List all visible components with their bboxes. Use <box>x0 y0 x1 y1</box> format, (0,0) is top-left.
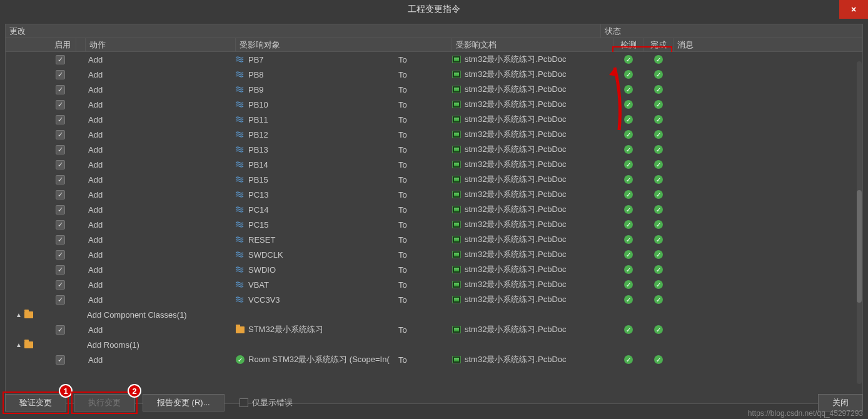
enable-checkbox[interactable] <box>56 265 65 275</box>
col-done[interactable]: 完成 <box>643 38 674 51</box>
enable-checkbox[interactable] <box>56 115 65 124</box>
to-cell: To <box>398 100 452 109</box>
enable-checkbox[interactable] <box>56 70 65 79</box>
to-cell: To <box>398 325 452 335</box>
done-tick-icon <box>654 280 663 289</box>
folder-icon <box>236 326 245 333</box>
pcb-icon <box>452 116 461 123</box>
doc-cell: stm32最小系统练习.PcbDoc <box>452 249 613 260</box>
enable-checkbox[interactable] <box>56 55 65 64</box>
enable-checkbox[interactable] <box>56 280 65 290</box>
action-cell: Add <box>86 235 236 245</box>
object-cell: PB15 <box>236 175 398 184</box>
caret-icon[interactable]: ▲ <box>16 341 22 348</box>
table-row[interactable]: Add PC15 To stm32最小系统练习.PcbDoc <box>6 217 862 232</box>
action-cell: Add <box>86 205 236 215</box>
enable-checkbox[interactable] <box>56 145 65 154</box>
col-check[interactable]: 检测 <box>613 38 643 51</box>
check-tick-icon <box>624 55 633 64</box>
table-row[interactable]: Add VBAT To stm32最小系统练习.PcbDoc <box>6 277 862 292</box>
enable-checkbox[interactable] <box>56 85 65 94</box>
table-row[interactable]: Add PB14 To stm32最小系统练习.PcbDoc <box>6 157 862 172</box>
table-row[interactable]: Add PB12 To stm32最小系统练习.PcbDoc <box>6 127 862 142</box>
enable-checkbox[interactable] <box>56 100 65 109</box>
check-tick-icon <box>624 100 633 109</box>
table-row[interactable]: Add SWDCLK To stm32最小系统练习.PcbDoc <box>6 247 862 262</box>
report-button[interactable]: 报告变更 (R)... <box>143 394 225 411</box>
pcb-icon <box>452 176 461 183</box>
doc-cell: stm32最小系统练习.PcbDoc <box>452 174 613 185</box>
caret-icon[interactable]: ▲ <box>16 311 22 318</box>
to-cell: To <box>398 235 452 245</box>
enable-checkbox[interactable] <box>56 205 65 215</box>
enable-checkbox[interactable] <box>56 235 65 245</box>
enable-checkbox[interactable] <box>56 130 65 139</box>
done-tick-icon <box>654 325 663 334</box>
col-enable[interactable]: 启用 <box>6 38 76 51</box>
table-row[interactable]: Add PC14 To stm32最小系统练习.PcbDoc <box>6 202 862 217</box>
enable-checkbox[interactable] <box>56 160 65 169</box>
done-tick-icon <box>654 55 663 64</box>
object-cell: PB12 <box>236 130 398 139</box>
enable-checkbox[interactable] <box>56 325 65 335</box>
table-row[interactable]: Add PB15 To stm32最小系统练习.PcbDoc <box>6 172 862 187</box>
doc-cell: stm32最小系统练习.PcbDoc <box>452 144 613 155</box>
table-row[interactable]: Add PB11 To stm32最小系统练习.PcbDoc <box>6 112 862 127</box>
action-cell: Add <box>86 190 236 199</box>
table-row[interactable]: Add VCC3V3 To stm32最小系统练习.PcbDoc <box>6 292 862 307</box>
doc-cell: stm32最小系统练习.PcbDoc <box>452 279 613 290</box>
only-errors-checkbox[interactable]: 仅显示错误 <box>240 397 293 408</box>
table-row[interactable]: Add PB13 To stm32最小系统练习.PcbDoc <box>6 142 862 157</box>
col-dropdown[interactable] <box>76 38 86 51</box>
check-tick-icon <box>624 130 633 139</box>
annotation-badge-1: 1 <box>59 384 73 398</box>
close-button[interactable]: × <box>839 0 868 19</box>
scrollbar-thumb[interactable] <box>857 190 862 303</box>
folder-icon <box>24 311 33 318</box>
object-cell: PB11 <box>236 115 398 124</box>
table-row[interactable]: Add PB8 To stm32最小系统练习.PcbDoc <box>6 67 862 82</box>
to-cell: To <box>398 205 452 215</box>
main-panel: 更改 状态 启用 动作 受影响对象 受影响文档 检测 完成 消息 Add PB7… <box>5 24 863 404</box>
table-row[interactable]: Add PB9 To stm32最小系统练习.PcbDoc <box>6 82 862 97</box>
to-cell: To <box>398 265 452 275</box>
pcb-icon <box>452 251 461 258</box>
done-tick-icon <box>654 85 663 94</box>
enable-checkbox[interactable] <box>56 355 65 365</box>
group-row[interactable]: ▲ Add Rooms(1) <box>6 337 862 352</box>
table-row[interactable]: Add PB10 To stm32最小系统练习.PcbDoc <box>6 97 862 112</box>
doc-cell: stm32最小系统练习.PcbDoc <box>452 354 613 365</box>
check-tick-icon <box>624 175 633 184</box>
table-row[interactable]: Add RESET To stm32最小系统练习.PcbDoc <box>6 232 862 247</box>
grid-body[interactable]: Add PB7 To stm32最小系统练习.PcbDoc Add PB8 To… <box>6 52 862 403</box>
col-action[interactable]: 动作 <box>86 38 236 51</box>
table-row[interactable]: Add PC13 To stm32最小系统练习.PcbDoc <box>6 187 862 202</box>
tick-icon <box>236 355 245 364</box>
table-row[interactable]: Add Room STM32最小系统练习 (Scope=In( To stm32… <box>6 352 862 367</box>
scrollbar[interactable] <box>857 61 862 384</box>
group-label: Add Component Classes(1) <box>37 310 187 320</box>
done-tick-icon <box>654 70 663 79</box>
enable-checkbox[interactable] <box>56 220 65 230</box>
verify-button[interactable]: 验证变更 <box>5 394 66 411</box>
col-object[interactable]: 受影响对象 <box>236 38 452 51</box>
group-row[interactable]: ▲ Add Component Classes(1) <box>6 307 862 322</box>
window-title: 工程变更指令 <box>408 4 460 15</box>
table-row[interactable]: Add SWDIO To stm32最小系统练习.PcbDoc <box>6 262 862 277</box>
action-cell: Add <box>86 295 236 305</box>
to-cell: To <box>398 355 452 365</box>
enable-checkbox[interactable] <box>56 250 65 260</box>
enable-checkbox[interactable] <box>56 190 65 199</box>
done-tick-icon <box>654 190 663 199</box>
table-row[interactable]: Add STM32最小系统练习 To stm32最小系统练习.PcbDoc <box>6 322 862 337</box>
done-tick-icon <box>654 130 663 139</box>
doc-cell: stm32最小系统练习.PcbDoc <box>452 324 613 335</box>
col-msg[interactable]: 消息 <box>674 38 862 51</box>
col-doc[interactable]: 受影响文档 <box>452 38 613 51</box>
execute-button[interactable]: 执行变更 <box>74 394 135 411</box>
enable-checkbox[interactable] <box>56 295 65 305</box>
action-cell: Add <box>86 265 236 275</box>
table-row[interactable]: Add PB7 To stm32最小系统练习.PcbDoc <box>6 52 862 67</box>
enable-checkbox[interactable] <box>56 175 65 184</box>
group-label: Add Rooms(1) <box>37 340 139 350</box>
